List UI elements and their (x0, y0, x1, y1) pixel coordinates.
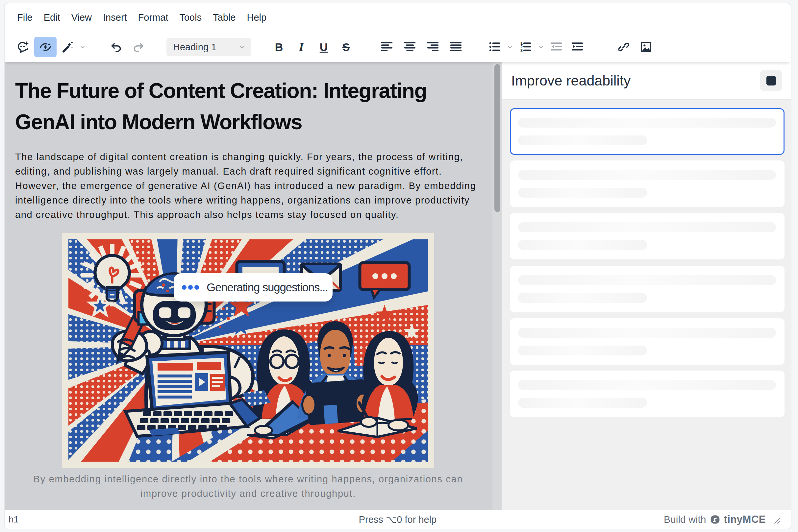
svg-text:3: 3 (520, 48, 523, 53)
